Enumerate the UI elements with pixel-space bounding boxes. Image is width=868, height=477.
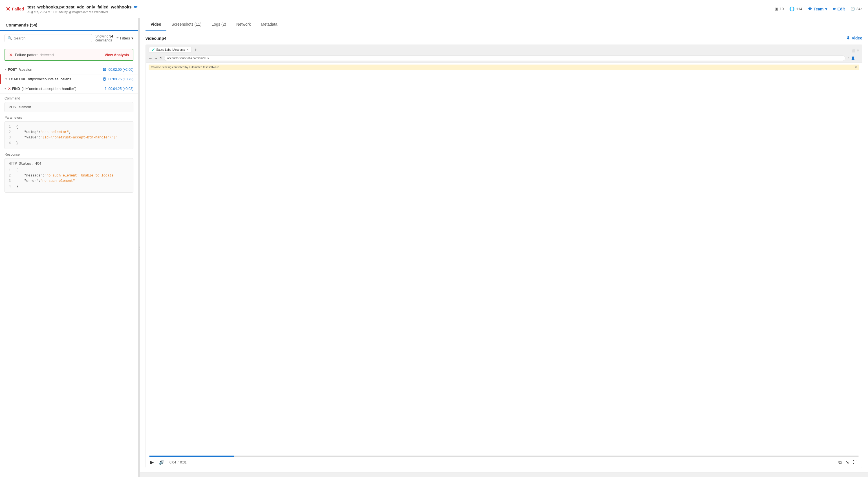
team-button[interactable]: 👁 Team ▾ [808, 6, 827, 11]
download-video-button[interactable]: ⬇ Video [846, 35, 862, 41]
video-filename: video.mp4 [146, 36, 166, 41]
failure-pattern-banner: ✕ Failure pattern detected View Analysis [4, 49, 133, 61]
time-total: 0:31 [180, 460, 186, 464]
tab-logs[interactable]: Logs (2) [207, 18, 231, 31]
download-icon: ⬇ [846, 35, 850, 41]
profile-icon[interactable]: 👤 [851, 56, 855, 60]
command-row-post-session[interactable]: ▾ POST /session 🖼 00:02.00 (+2.00) [0, 65, 138, 74]
bookmark-icon[interactable]: ☆ [847, 56, 850, 60]
failed-x-icon: ✕ [6, 6, 10, 12]
cmd-icons-load: 🖼 [103, 77, 106, 81]
search-input[interactable] [14, 36, 89, 40]
browser-url: accounts.saucelabs.com/am/XUI/ [167, 57, 209, 60]
cmd-method-find: FIND [12, 87, 20, 91]
command-row-load-url[interactable]: ▾ LOAD URL https://accounts.saucelabs...… [0, 74, 138, 84]
timer-value: 34s [857, 7, 862, 11]
video-title-row: video.mp4 ⬇ Video [146, 35, 862, 41]
back-button[interactable]: ← [149, 56, 152, 60]
resp-line-3: 3 "error": "no such element" [9, 179, 129, 184]
filters-button[interactable]: ≡ Filters ▾ [117, 36, 133, 40]
cmd-icons: 🖼 [103, 67, 106, 72]
volume-button[interactable]: 🔊 [158, 459, 165, 466]
search-icon: 🔍 [8, 36, 12, 40]
expand-icon: ▾ [4, 68, 6, 71]
resp-line-4: 4 } [9, 184, 129, 189]
tab-network[interactable]: Network [231, 18, 256, 31]
search-filter-row: 🔍 Showing 54 commands ≡ Filters ▾ [0, 31, 138, 46]
min-icon: — [847, 49, 850, 52]
browser-controls: ← → ↻ accounts.saucelabs.com/am/XUI/ ☆ 👤… [149, 56, 859, 61]
time-separator: / [178, 460, 179, 464]
main-layout: Commands (54) 🔍 Showing 54 commands ≡ Fi… [0, 18, 868, 477]
controls-row: ▶ 🔊 0:04 / 0:31 ⧉ ⤡ ⛶ [149, 459, 859, 466]
test-meta: Aug 4th, 2023 at 11:51AM by @insights-e2… [27, 10, 771, 13]
pencil-icon: ✏ [833, 7, 836, 11]
edit-button[interactable]: ✏ Edit [833, 7, 845, 11]
params-section-title: Parameters [4, 116, 133, 120]
failure-x-icon: ✕ [9, 52, 13, 58]
resp-line-1: 1 { [9, 168, 129, 173]
status-label: Failed [12, 6, 24, 11]
tab-video[interactable]: Video [146, 18, 166, 31]
chevron-down-icon: ▾ [131, 36, 133, 40]
command-detail: Command POST element Parameters 1 { 2 "u… [0, 94, 138, 197]
command-row-find[interactable]: ▾ ✕ FIND [id="onetrust-accept-btn-handle… [0, 84, 138, 94]
cmd-time: 00:02.00 (+2.00) [108, 68, 133, 72]
fullscreen-button[interactable]: ⛶ [852, 459, 859, 466]
params-code-block: 1 { 2 "using": "css selector", 3 "value"… [4, 121, 133, 149]
notice-close-icon[interactable]: ✕ [855, 66, 857, 69]
showing-label: Showing [95, 34, 108, 38]
progress-bar[interactable] [149, 455, 859, 457]
showing-suffix: commands [95, 38, 112, 42]
cmd-time-find: 00:04.25 (+0.03) [108, 87, 133, 91]
code-line-4: 4 } [9, 141, 129, 146]
forward-button[interactable]: → [154, 56, 158, 60]
video-area: video.mp4 ⬇ Video 🧪 Sauce [140, 31, 868, 473]
commands-title: Commands (54) [6, 23, 37, 30]
search-box: 🔍 [4, 34, 92, 42]
tab-screenshots[interactable]: Screenshots (11) [166, 18, 207, 31]
tabs-header: Video Screenshots (11) Logs (2) Network … [140, 18, 868, 31]
new-tab-button[interactable]: + [193, 46, 198, 53]
address-bar[interactable]: accounts.saucelabs.com/am/XUI/ [164, 56, 845, 61]
browser-content: Chrome is being controlled by automated … [146, 63, 862, 260]
command-value-text: POST element [9, 105, 31, 109]
cmd-name: /session [19, 67, 103, 72]
bottom-resize-handle[interactable]: ⋯ [140, 473, 868, 477]
tab-close-icon[interactable]: ✕ [186, 48, 189, 51]
windows-count: 10 [780, 7, 784, 11]
right-panel: Video Screenshots (11) Logs (2) Network … [140, 18, 868, 477]
progress-fill [149, 455, 234, 457]
failure-left: ✕ Failure pattern detected [9, 52, 54, 58]
response-section-title: Response [4, 153, 133, 156]
image-icon: 🖼 [103, 77, 106, 81]
globe-stat: 🌐 114 [789, 6, 802, 11]
header-right: ⊞ 10 🌐 114 👁 Team ▾ ✏ Edit 🕐 34s [775, 6, 862, 11]
edit-label: Edit [838, 7, 845, 11]
eye-icon: 👁 [808, 6, 812, 11]
pip-button[interactable]: ⧉ [837, 459, 843, 466]
browser-notice-text: Chrome is being controlled by automated … [151, 66, 220, 69]
team-label: Team [813, 7, 824, 11]
commands-header: Commands (54) [0, 18, 138, 31]
globe-count: 114 [796, 7, 802, 11]
browser-favicon: 🧪 [152, 48, 155, 51]
showing-count: 54 [110, 34, 113, 38]
expand-icon: ▾ [5, 77, 7, 81]
browser-tab: 🧪 Sauce Labs | Accounts ✕ [149, 47, 192, 53]
code-line-2: 2 "using": "css selector", [9, 130, 129, 135]
edit-pencil-icon[interactable]: ✏ [134, 4, 137, 9]
menu-icon[interactable]: ⋮ [856, 56, 859, 60]
tab-metadata[interactable]: Metadata [256, 18, 282, 31]
view-analysis-button[interactable]: View Analysis [104, 53, 129, 57]
browser-tab-bar: 🧪 Sauce Labs | Accounts ✕ + [149, 46, 198, 53]
image-icon: 🖼 [103, 67, 106, 72]
play-button[interactable]: ▶ [149, 459, 155, 466]
browser-top: 🧪 Sauce Labs | Accounts ✕ + — ⬜ ✕ [149, 46, 859, 55]
expand-icon-find: ▾ [4, 87, 6, 91]
reload-button[interactable]: ↻ [159, 56, 162, 60]
restore-icon: ⬜ [851, 49, 856, 53]
browser-top-right: — ⬜ ✕ [847, 49, 859, 53]
expand-button[interactable]: ⤡ [844, 459, 850, 466]
showing-text: Showing 54 commands [95, 34, 113, 42]
